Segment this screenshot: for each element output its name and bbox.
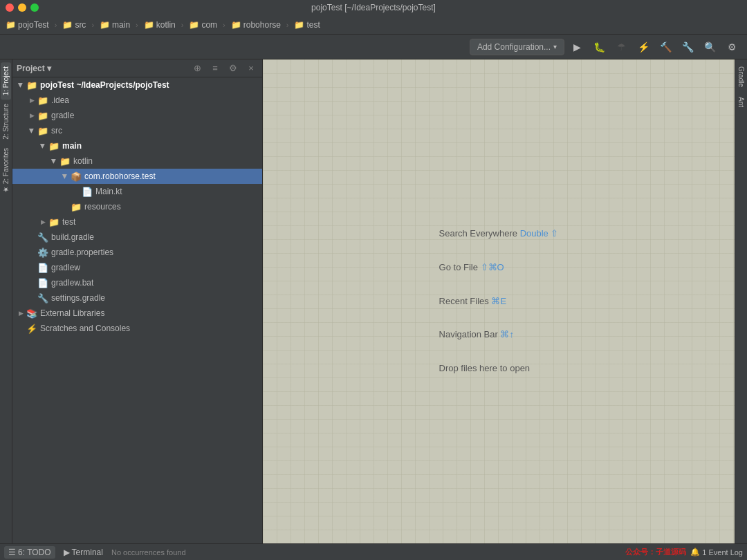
hide-panel-icon[interactable]: × [244, 62, 258, 75]
debug-button[interactable]: 🐛 [589, 37, 609, 57]
project-panel-title: Project ▾ [17, 64, 186, 73]
build-button[interactable]: 🔨 [656, 37, 675, 57]
bottom-tab-todo[interactable]: ☰ 6: TODO [4, 546, 55, 559]
tree-arrow-icon [28, 279, 36, 287]
right-tab-ant[interactable]: Ant [736, 93, 746, 111]
tree-item-gradle[interactable]: ▶📁gradle [12, 108, 262, 123]
left-tab-project[interactable]: 1: Project [1, 62, 11, 100]
tree-item-label: gradlew [51, 263, 80, 272]
event-log-button[interactable]: 🔔 1 Event Log [690, 548, 743, 557]
tree-item-gradlew.bat[interactable]: 📄gradlew.bat [12, 275, 262, 290]
search-button[interactable]: 🔍 [700, 37, 719, 57]
editor-area[interactable]: Search Everywhere Double ⇧ Go to File ⇧⌘… [263, 59, 735, 543]
folder-icon: 📁 [6, 20, 16, 30]
nav-item-main[interactable]: 📁 main [97, 19, 133, 31]
hint-search-everywhere: Search Everywhere Double ⇧ [439, 227, 559, 241]
tree-file-icon: 📁 [59, 156, 71, 167]
tree-file-icon: 📦 [71, 171, 82, 182]
nav-sep-1: › [55, 21, 57, 29]
tree-item-label: Main.kt [95, 187, 122, 196]
profile-button[interactable]: ⚡ [634, 37, 653, 57]
nav-item-robohorse[interactable]: 📁 robohorse [228, 19, 284, 31]
tree-item-idea[interactable]: ▶📁.idea [12, 93, 262, 108]
tree-file-icon: 📄 [37, 263, 48, 273]
tree-item-label: settings.gradle [51, 293, 105, 303]
nav-sep-4: › [181, 21, 184, 29]
tree-file-icon: 📁 [37, 111, 48, 121]
status-text: No occurrences found [111, 548, 621, 557]
tree-arrow-icon [17, 324, 25, 333]
tree-item-src[interactable]: ▶📁src [12, 123, 262, 138]
minimize-button[interactable] [18, 3, 26, 12]
tree-file-icon: 📄 [37, 278, 48, 288]
tree-arrow-icon: ▶ [28, 96, 36, 104]
left-tab-structure[interactable]: 2: Structure [1, 100, 11, 144]
tree-item-label: kotlin [73, 156, 93, 166]
run-button[interactable]: ▶ [567, 37, 587, 57]
tree-item-label: src [51, 126, 62, 136]
tree-item-label: .idea [51, 95, 69, 105]
nav-item-project[interactable]: 📁 pojoTest [3, 19, 52, 31]
tree-item-kotlin[interactable]: ▶📁kotlin [12, 153, 262, 169]
settings-button[interactable]: ⚙ [722, 37, 741, 57]
right-tab-gradle[interactable]: Gradle [736, 62, 746, 91]
folder-icon: 📁 [62, 20, 73, 30]
tree-arrow-icon: ▶ [61, 172, 69, 180]
tree-item-gradle.properties[interactable]: ⚙️gradle.properties [12, 245, 262, 260]
folder-icon: 📁 [100, 20, 110, 30]
nav-sep-6: › [286, 21, 289, 29]
tree-item-main[interactable]: ▶📁main [12, 138, 262, 153]
tree-file-icon: 📁 [26, 80, 37, 91]
tree-item-build.gradle[interactable]: 🔧build.gradle [12, 230, 262, 245]
nav-sep-5: › [223, 21, 225, 29]
tree-arrow-icon: ▶ [28, 127, 36, 135]
nav-item-com[interactable]: 📁 com [186, 19, 220, 31]
panel-settings-icon[interactable]: ⚙ [226, 62, 240, 75]
nav-item-test[interactable]: 📁 test [291, 19, 322, 31]
folder-icon: 📁 [189, 20, 199, 30]
sdk-button[interactable]: 🔧 [678, 37, 697, 57]
tree-item-label: External Libraries [40, 308, 104, 318]
left-tab-favorites[interactable]: ★ 2: Favorites [1, 144, 11, 198]
tree-item-resources[interactable]: 📁resources [12, 199, 262, 214]
add-config-label: Add Configuration... [477, 42, 551, 52]
tree-item-com.robohorse.test[interactable]: ▶📦com.robohorse.test [12, 169, 262, 184]
tree-arrow-icon [28, 294, 36, 302]
title-bar: pojoTest [~/IdeaProjects/pojoTest] [0, 0, 747, 15]
tree-item-Main.kt[interactable]: 📄Main.kt [12, 184, 262, 199]
maximize-button[interactable] [30, 3, 39, 12]
bottom-tab-terminal[interactable]: ▶ Terminal [59, 546, 107, 559]
hints-container: Search Everywhere Double ⇧ Go to File ⇧⌘… [439, 220, 559, 383]
tree-arrow-icon [61, 203, 69, 211]
watermark-text: 公众号：子道源码 [625, 547, 686, 557]
dropdown-arrow-icon: ▾ [553, 43, 557, 50]
tree-item-test[interactable]: ▶📁test [12, 214, 262, 230]
nav-item-src[interactable]: 📁 src [59, 19, 89, 31]
add-configuration-button[interactable]: Add Configuration... ▾ [470, 39, 564, 55]
close-button[interactable] [6, 3, 14, 12]
project-tree: ▶📁pojoTest ~/IdeaProjects/pojoTest▶📁.ide… [12, 77, 262, 543]
collapse-all-icon[interactable]: ≡ [208, 62, 222, 75]
tree-file-icon: 📁 [48, 217, 59, 227]
tree-item-gradlew[interactable]: 📄gradlew [12, 260, 262, 275]
right-sidebar-tabs: Gradle Ant [735, 59, 747, 543]
locate-icon[interactable]: ⊕ [190, 62, 204, 75]
tree-file-icon: ⚙️ [37, 248, 48, 258]
tree-item-scratches[interactable]: ⚡Scratches and Consoles [12, 321, 262, 336]
tree-item-settings.gradle[interactable]: 🔧settings.gradle [12, 290, 262, 306]
tree-file-icon: 📁 [71, 202, 82, 212]
tree-file-icon: 📁 [37, 126, 48, 136]
window-controls [6, 3, 39, 12]
coverage-button[interactable]: ☂ [611, 37, 631, 57]
hint-drop-files: Drop files here to open [439, 362, 559, 376]
tree-file-icon: 📄 [82, 187, 93, 197]
tree-file-icon: 📚 [26, 308, 37, 319]
tree-item-label: com.robohorse.test [84, 171, 156, 181]
tree-item-pojo-root[interactable]: ▶📁pojoTest ~/IdeaProjects/pojoTest [12, 77, 262, 93]
terminal-icon: ▶ [64, 548, 70, 557]
tree-item-label: main [62, 141, 82, 151]
nav-item-kotlin[interactable]: 📁 kotlin [141, 19, 178, 31]
tree-item-external-libs[interactable]: ▶📚External Libraries [12, 306, 262, 321]
tree-arrow-icon: ▶ [28, 111, 36, 120]
tree-item-label: resources [84, 202, 121, 212]
